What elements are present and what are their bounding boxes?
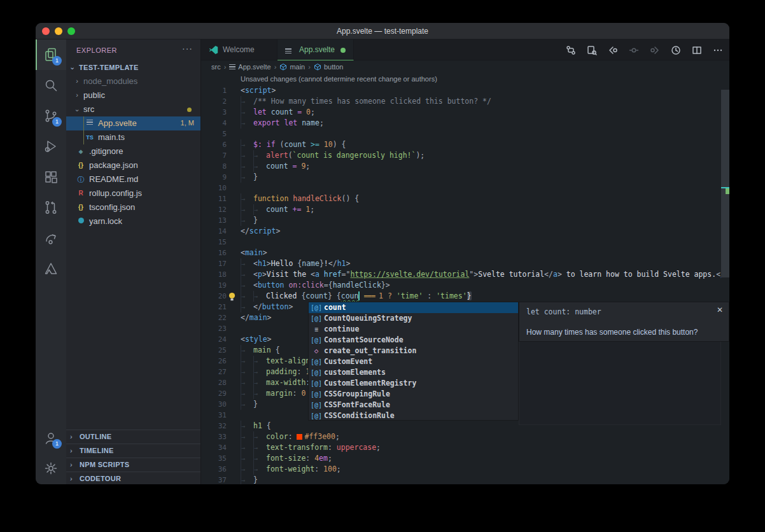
line-number[interactable]: 27 <box>201 367 227 377</box>
zoom-window-button[interactable] <box>67 27 75 35</box>
suggest-item-cssgroupingrule[interactable]: [@]CSSGroupingRule <box>309 389 518 400</box>
code-line-35[interactable]: 35font-size: 4em; <box>201 453 721 464</box>
glyph-margin[interactable] <box>227 291 241 302</box>
suggest-item-cssconditionrule[interactable]: [@]CSSConditionRule <box>309 410 518 421</box>
code-line-17[interactable]: 17<h1>Hello {name}!</h1> <box>201 258 721 269</box>
glyph-margin[interactable] <box>227 421 241 431</box>
code-line-33[interactable]: 33color: #ff3e00; <box>201 431 721 442</box>
line-number[interactable]: 32 <box>201 421 227 431</box>
code-line-20[interactable]: 20Clicked {count} {coun === 1 ? 'time' :… <box>201 291 721 302</box>
code-line-15[interactable]: 15 <box>201 237 721 248</box>
line-number[interactable]: 30 <box>201 399 227 410</box>
line-number[interactable]: 10 <box>201 183 227 193</box>
glyph-margin[interactable] <box>227 377 241 388</box>
glyph-margin[interactable] <box>227 85 241 96</box>
activity-item-search[interactable] <box>36 70 66 101</box>
tree-file-rollup-config-js[interactable]: Rrollup.config.js <box>66 186 200 200</box>
line-number[interactable]: 37 <box>201 475 227 484</box>
activity-item-extensions[interactable] <box>36 162 66 192</box>
activity-item-account[interactable]: 1 <box>36 423 66 453</box>
activity-item-azure[interactable] <box>36 253 66 284</box>
suggest-item-customelementregistry[interactable]: [@]CustomElementRegistry <box>309 378 518 389</box>
activity-item-source-control[interactable]: 1 <box>36 101 66 131</box>
line-number[interactable]: 28 <box>201 377 227 388</box>
tree-file-App-svelte[interactable]: App.svelte1, M <box>66 116 200 130</box>
line-number[interactable]: 35 <box>201 453 227 464</box>
glyph-margin[interactable] <box>227 431 241 442</box>
suggest-item-cssfontfacerule[interactable]: [@]CSSFontFaceRule <box>309 400 518 410</box>
glyph-margin[interactable] <box>227 118 241 129</box>
glyph-margin[interactable] <box>227 183 241 193</box>
line-number[interactable]: 16 <box>201 248 227 258</box>
activity-item-settings[interactable] <box>36 453 66 484</box>
glyph-margin[interactable] <box>227 237 241 248</box>
editor-scrollbar[interactable] <box>721 73 729 484</box>
activity-item-live-share[interactable] <box>36 223 66 253</box>
code-line-19[interactable]: 19<button on:click={handleClick}> <box>201 280 721 291</box>
navigate-back-icon[interactable] <box>608 45 618 55</box>
breadcrumb-item-button[interactable]: button <box>324 63 344 71</box>
line-number[interactable]: 31 <box>201 410 227 421</box>
activity-item-github-pr[interactable] <box>36 192 66 223</box>
code-line-2[interactable]: 2/** How many times has someone clicked … <box>201 96 721 107</box>
tree-folder-src[interactable]: ⌄src <box>66 102 200 116</box>
tree-folder-node_modules[interactable]: ›node_modules <box>66 74 200 88</box>
line-number[interactable]: 14 <box>201 226 227 237</box>
activity-item-explorer[interactable]: 1 <box>36 39 66 70</box>
glyph-margin[interactable] <box>227 464 241 475</box>
line-number[interactable]: 36 <box>201 464 227 475</box>
line-number[interactable]: 34 <box>201 442 227 453</box>
glyph-margin[interactable] <box>227 96 241 107</box>
suggest-item-count[interactable]: [@]count <box>309 302 518 313</box>
sidebar-section-codetour[interactable]: ›CODETOUR <box>66 472 200 484</box>
suggest-item-customevent[interactable]: [@]CustomEvent <box>309 356 518 367</box>
line-number[interactable]: 2 <box>201 96 227 107</box>
close-window-button[interactable] <box>42 27 50 35</box>
line-number[interactable]: 25 <box>201 345 227 356</box>
suggest-item-constantsourcenode[interactable]: [@]ConstantSourceNode <box>309 335 518 346</box>
suggest-item-countqueuingstrategy[interactable]: [@]CountQueuingStrategy <box>309 313 518 324</box>
tab-welcome[interactable]: Welcome <box>201 39 277 60</box>
line-number[interactable]: 23 <box>201 323 227 334</box>
glyph-margin[interactable] <box>227 453 241 464</box>
current-position-icon[interactable] <box>629 45 639 55</box>
minimize-window-button[interactable] <box>55 27 62 35</box>
glyph-margin[interactable] <box>227 258 241 269</box>
line-number[interactable]: 6 <box>201 139 227 150</box>
line-number[interactable]: 33 <box>201 431 227 442</box>
code-line-18[interactable]: 18<p>Visit the <a href="https://svelte.d… <box>201 269 721 280</box>
glyph-margin[interactable] <box>227 139 241 150</box>
line-number[interactable]: 22 <box>201 312 227 323</box>
glyph-margin[interactable] <box>227 312 241 323</box>
glyph-margin[interactable] <box>227 248 241 258</box>
glyph-margin[interactable] <box>227 442 241 453</box>
glyph-margin[interactable] <box>227 161 241 172</box>
glyph-margin[interactable] <box>227 334 241 345</box>
activity-item-run-debug[interactable] <box>36 131 66 162</box>
code-line-11[interactable]: 11function handleClick() { <box>201 193 721 204</box>
sidebar-section-timeline[interactable]: ›TIMELINE <box>66 444 200 458</box>
code-line-7[interactable]: 7alert(`count is dangerously high!`); <box>201 150 721 161</box>
code-line-4[interactable]: 4export let name; <box>201 118 721 129</box>
code-line-13[interactable]: 13} <box>201 215 721 226</box>
code-line-34[interactable]: 34text-transform: uppercase; <box>201 442 721 453</box>
tab-app-svelte[interactable]: App.svelte <box>277 39 354 60</box>
glyph-margin[interactable] <box>227 150 241 161</box>
run-file-icon[interactable] <box>671 45 681 55</box>
glyph-margin[interactable] <box>227 323 241 334</box>
glyph-margin[interactable] <box>227 399 241 410</box>
glyph-margin[interactable] <box>227 129 241 139</box>
suggest-item-customelements[interactable]: [@]customElements <box>309 367 518 378</box>
line-number[interactable]: 12 <box>201 204 227 215</box>
glyph-margin[interactable] <box>227 302 241 312</box>
code-line-9[interactable]: 9} <box>201 172 721 183</box>
split-editor-icon[interactable] <box>692 45 702 55</box>
close-icon[interactable]: ✕ <box>717 305 723 314</box>
more-actions-icon[interactable] <box>713 45 723 55</box>
code-line-1[interactable]: 1<script> <box>201 85 721 96</box>
breadcrumb-item-main[interactable]: main <box>290 63 305 71</box>
line-number[interactable]: 11 <box>201 193 227 204</box>
line-number[interactable]: 18 <box>201 269 227 280</box>
code-line-36[interactable]: 36font-weight: 100; <box>201 464 721 475</box>
code-line-12[interactable]: 12count += 1; <box>201 204 721 215</box>
